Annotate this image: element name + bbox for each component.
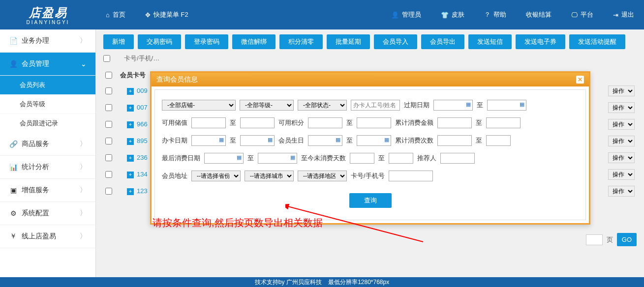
referrer-input[interactable]: [440, 153, 475, 164]
expand-icon[interactable]: +: [127, 138, 134, 145]
nav-quick-menu[interactable]: ✥ 快捷菜单 F2: [135, 0, 198, 29]
expand-icon[interactable]: +: [127, 105, 134, 112]
expand-icon[interactable]: +: [127, 121, 134, 128]
totalcnt-label: 累计消费次数: [395, 136, 433, 145]
noconsume-to-input[interactable]: [389, 153, 413, 164]
exit-icon: ⇥: [613, 11, 618, 19]
lastdate-from[interactable]: ▦: [204, 153, 244, 164]
operation-select[interactable]: 操作: [608, 119, 635, 130]
carddate-from[interactable]: ▦: [191, 135, 226, 146]
sidebar-member-list[interactable]: 会员列表: [0, 76, 95, 94]
to-label: 至: [230, 136, 236, 145]
search-row: 卡号/手机/…: [103, 54, 637, 63]
go-button[interactable]: GO: [617, 233, 637, 246]
expire-label: 过期日期: [404, 101, 429, 110]
level-select[interactable]: -全部等级-: [240, 100, 294, 111]
balance-to-input[interactable]: [240, 117, 275, 128]
to-label: 至: [378, 154, 385, 163]
home-icon: ⌂: [106, 11, 110, 19]
sidebar-valueadd[interactable]: ▣ 增值服务 〉: [0, 179, 95, 202]
submit-button[interactable]: 查询: [349, 193, 392, 208]
calendar-icon: ▦: [268, 137, 273, 143]
new-button[interactable]: 新增: [103, 34, 134, 49]
carddate-to[interactable]: ▦: [240, 135, 275, 146]
nav-admin[interactable]: 👤 管理员: [381, 0, 431, 29]
row-checkbox[interactable]: [105, 121, 112, 128]
cardphone-input[interactable]: [389, 171, 433, 181]
noconsume-label: 至今未消费天数: [301, 154, 346, 163]
import-button[interactable]: 会员导入: [374, 34, 417, 49]
nav-home-label: 首页: [113, 10, 125, 19]
opener-input[interactable]: [351, 100, 400, 111]
points-to-input[interactable]: [357, 117, 391, 128]
operation-select[interactable]: 操作: [608, 169, 635, 180]
totalcnt-to-input[interactable]: [486, 135, 511, 146]
chevron-right-icon: 〉: [80, 209, 87, 218]
district-select[interactable]: --请选择地区: [298, 171, 347, 181]
brand-name: 店盈易: [29, 5, 67, 21]
expand-icon[interactable]: +: [127, 155, 134, 162]
lastdate-to[interactable]: ▦: [258, 153, 297, 164]
pointclear-button[interactable]: 积分清零: [279, 34, 323, 49]
operation-select[interactable]: 操作: [608, 86, 635, 96]
batchdelay-button[interactable]: 批量延期: [327, 34, 370, 49]
loginpwd-button[interactable]: 登录密码: [185, 34, 228, 49]
expire-from-date[interactable]: ▦: [433, 100, 473, 111]
sidebar-sysconf[interactable]: ⚙ 系统配置 〉: [0, 202, 95, 225]
sidebar-product[interactable]: 🔗 商品服务 〉: [0, 133, 95, 156]
export-button[interactable]: 会员导出: [421, 34, 464, 49]
nav-skin[interactable]: 👕 皮肤: [431, 0, 474, 29]
link-icon: 🔗: [9, 140, 18, 148]
nav-skin-label: 皮肤: [452, 10, 464, 19]
birthday-to[interactable]: ▦: [357, 135, 391, 146]
totalamt-to-input[interactable]: [486, 117, 521, 128]
sidebar-member[interactable]: 👤 会员管理 ⌄: [0, 53, 95, 76]
nav-platform[interactable]: 🖵 平台: [561, 0, 603, 29]
province-select[interactable]: --请选择省份: [191, 171, 241, 181]
ecoupon-button[interactable]: 发送电子券: [516, 34, 565, 49]
txpwd-button[interactable]: 交易密码: [138, 34, 181, 49]
operation-select[interactable]: 操作: [608, 186, 635, 197]
points-from-input[interactable]: [308, 117, 342, 128]
row-checkbox[interactable]: [105, 188, 112, 195]
nav-home[interactable]: ⌂ 首页: [96, 0, 135, 29]
expand-icon[interactable]: +: [127, 188, 134, 195]
row-checkbox[interactable]: [105, 138, 112, 144]
totalcnt-from-input[interactable]: [437, 135, 472, 146]
select-all-checkbox[interactable]: [103, 55, 110, 62]
city-select[interactable]: --请选择城市: [245, 171, 294, 181]
calendar-icon: ▦: [237, 154, 242, 161]
nav-help[interactable]: ？ 帮助: [474, 0, 516, 29]
operation-select[interactable]: 操作: [608, 102, 635, 113]
row-checkbox[interactable]: [105, 171, 112, 178]
noconsume-from-input[interactable]: [350, 153, 374, 164]
totalamt-from-input[interactable]: [437, 117, 472, 128]
sidebar-online[interactable]: ￥ 线上店盈易 〉: [0, 225, 95, 248]
header-checkbox[interactable]: [105, 72, 112, 79]
footer-resolution: 最低分辨率1280*768px: [328, 279, 389, 286]
close-icon[interactable]: ✕: [576, 76, 584, 84]
sms-button[interactable]: 发送短信: [468, 34, 512, 49]
expand-icon[interactable]: +: [127, 172, 134, 178]
sidebar-biz[interactable]: 📄 业务办理 〉: [0, 29, 95, 53]
pager: 页 GO: [586, 233, 637, 246]
operation-select[interactable]: 操作: [608, 152, 635, 163]
status-select[interactable]: -全部状态-: [298, 100, 347, 111]
nav-settle[interactable]: 收银结算: [516, 0, 561, 29]
expand-icon[interactable]: +: [127, 88, 134, 95]
balance-from-input[interactable]: [191, 117, 226, 128]
row-checkbox[interactable]: [105, 104, 112, 111]
expire-to-date[interactable]: ▦: [487, 100, 526, 111]
sidebar-member-track[interactable]: 会员跟进记录: [0, 114, 95, 133]
store-select[interactable]: -全部店铺-: [162, 100, 236, 111]
row-checkbox[interactable]: [105, 154, 112, 161]
page-input[interactable]: [586, 234, 603, 245]
actremind-button[interactable]: 发送活动提醒: [569, 34, 625, 49]
sidebar-member-level[interactable]: 会员等级: [0, 94, 95, 114]
birthday-from[interactable]: ▦: [308, 135, 342, 146]
row-checkbox[interactable]: [105, 87, 112, 94]
wxunbind-button[interactable]: 微信解绑: [232, 34, 276, 49]
operation-select[interactable]: 操作: [608, 136, 635, 146]
sidebar-stats[interactable]: 📊 统计分析 〉: [0, 156, 95, 179]
nav-exit[interactable]: ⇥ 退出: [603, 0, 644, 29]
